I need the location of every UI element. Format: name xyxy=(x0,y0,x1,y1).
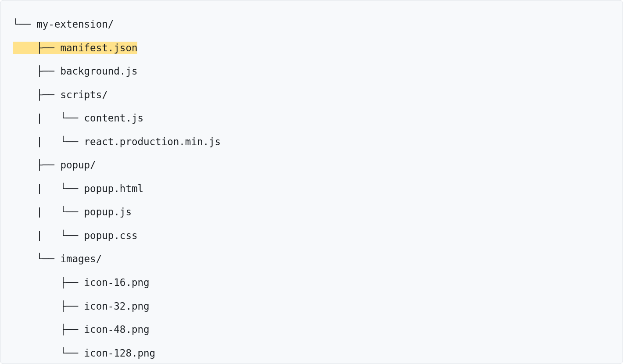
tree-entry: images/ xyxy=(60,253,102,264)
tree-line: ├── icon-16.png xyxy=(13,271,610,295)
tree-entry: icon-16.png xyxy=(84,277,150,288)
tree-line: ├── icon-32.png xyxy=(13,295,610,318)
tree-prefix: └── xyxy=(13,18,36,30)
tree-entry: popup/ xyxy=(60,159,96,171)
tree-prefix: ├── xyxy=(13,277,84,288)
tree-line: └── icon-128.png xyxy=(13,342,610,364)
tree-line: ├── scripts/ xyxy=(13,83,610,107)
tree-prefix: └── xyxy=(13,347,84,359)
directory-tree-code-block: └── my-extension/ ├── manifest.json ├── … xyxy=(0,0,623,364)
tree-line: ├── background.js xyxy=(13,60,610,83)
tree-entry: popup.html xyxy=(84,183,143,194)
tree-prefix: ├── xyxy=(13,42,60,54)
tree-prefix: | └── xyxy=(13,206,84,218)
tree-line: | └── popup.js xyxy=(13,200,610,224)
tree-prefix: | └── xyxy=(13,230,84,241)
tree-prefix: ├── xyxy=(13,65,60,77)
tree-line: | └── popup.html xyxy=(13,177,610,201)
tree-line: | └── content.js xyxy=(13,107,610,130)
tree-line: └── my-extension/ xyxy=(13,13,610,36)
tree-entry: content.js xyxy=(84,112,143,124)
tree-prefix: └── xyxy=(13,253,60,264)
tree-line: | └── react.production.min.js xyxy=(13,130,610,154)
tree-entry: my-extension/ xyxy=(36,18,114,30)
tree-entry: react.production.min.js xyxy=(84,136,221,147)
highlighted-file: ├── manifest.json xyxy=(13,42,137,54)
tree-entry: icon-128.png xyxy=(84,347,156,359)
tree-entry: manifest.json xyxy=(60,42,137,54)
tree-entry: icon-32.png xyxy=(84,300,150,312)
tree-entry: background.js xyxy=(60,65,137,77)
tree-line: | └── popup.css xyxy=(13,224,610,248)
tree-line: ├── popup/ xyxy=(13,153,610,177)
tree-prefix: ├── xyxy=(13,159,60,171)
tree-prefix: | └── xyxy=(13,136,84,147)
tree-line: ├── icon-48.png xyxy=(13,318,610,342)
tree-prefix: ├── xyxy=(13,89,60,100)
tree-prefix: ├── xyxy=(13,324,84,335)
tree-entry: popup.css xyxy=(84,230,138,241)
tree-entry: popup.js xyxy=(84,206,132,218)
tree-entry: icon-48.png xyxy=(84,324,150,335)
tree-entry: scripts/ xyxy=(60,89,107,100)
tree-line: ├── manifest.json xyxy=(13,36,610,60)
tree-prefix: | └── xyxy=(13,112,84,124)
tree-line: └── images/ xyxy=(13,247,610,271)
tree-prefix: | └── xyxy=(13,183,84,194)
tree-prefix: ├── xyxy=(13,300,84,312)
